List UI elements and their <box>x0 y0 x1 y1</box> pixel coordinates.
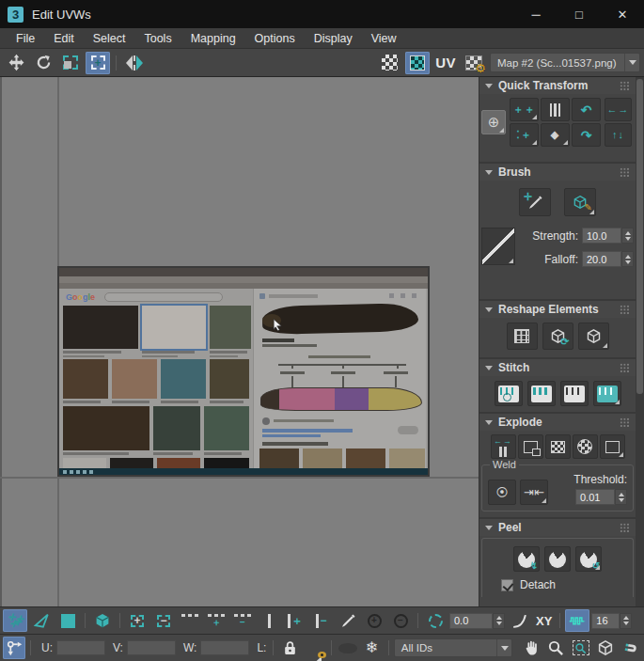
maximize-button[interactable]: □ <box>558 0 601 28</box>
v-input[interactable] <box>127 640 176 655</box>
weld-selected-button[interactable]: ⇥⇤ <box>520 480 548 505</box>
brush-falloff-shape-button[interactable] <box>481 228 515 265</box>
scale-button[interactable] <box>58 52 83 74</box>
relax-brush-button[interactable]: ✎ <box>564 188 596 216</box>
element-mode-button[interactable] <box>90 609 115 632</box>
absolute-mode-button[interactable] <box>3 637 25 659</box>
select-edge-loop-button[interactable] <box>178 609 202 632</box>
zoom-region-button[interactable] <box>570 637 592 659</box>
paint-select-button[interactable] <box>336 609 360 632</box>
freeze-selected-button[interactable]: ❄ <box>361 637 384 659</box>
break-button[interactable]: ←→ <box>491 434 516 459</box>
flatten-by-smoothing-button[interactable] <box>518 434 543 459</box>
texture-options-button[interactable]: ⚙ <box>462 52 486 74</box>
grow-edge-loop-button[interactable]: ＋ <box>204 609 228 632</box>
grid-size-spinner[interactable]: 16 <box>591 613 632 629</box>
peel-header[interactable]: Peel <box>479 519 636 536</box>
spinner-arrows-icon[interactable] <box>621 251 634 267</box>
linear-align-vertical-button[interactable] <box>541 98 570 121</box>
reshape-header[interactable]: Reshape Elements <box>479 301 636 318</box>
align-pivot-button[interactable]: ⊕ <box>481 110 506 134</box>
polygon-mode-button[interactable] <box>55 609 80 632</box>
threshold-value[interactable]: 0.01 <box>575 489 615 505</box>
menu-options[interactable]: Options <box>246 30 304 47</box>
mirror-button[interactable] <box>122 52 147 74</box>
minimize-button[interactable]: ─ <box>514 0 558 28</box>
straighten-selection-button[interactable] <box>578 323 609 350</box>
menu-file[interactable]: File <box>8 30 43 47</box>
align-horizontal-button[interactable]: ＋＋ <box>510 98 539 121</box>
move-brush-button[interactable]: ✛ <box>519 188 551 216</box>
uv-canvas[interactable]: Google <box>0 77 479 606</box>
peel-mode-button[interactable] <box>544 546 571 572</box>
zoom-to-gizmo-button[interactable] <box>619 637 641 659</box>
flatten-mapping-button[interactable] <box>573 434 598 459</box>
relax-button[interactable]: ⟳ <box>542 323 573 350</box>
filter-selected-faces-button[interactable] <box>304 637 326 659</box>
panel-scrollbar[interactable] <box>636 77 644 606</box>
soft-selection-value[interactable]: 0.0 <box>449 613 493 629</box>
paint-select-grow-button[interactable]: + <box>362 609 386 632</box>
spinner-arrows-icon[interactable] <box>620 613 632 629</box>
show-map-button[interactable] <box>377 52 401 74</box>
detach-checkbox[interactable] <box>501 579 513 591</box>
flatten-custom-button[interactable] <box>600 434 625 459</box>
grow-selection-button[interactable]: + <box>125 609 149 632</box>
move-button[interactable] <box>4 52 28 74</box>
flatten-by-material-button[interactable] <box>545 434 571 459</box>
quick-transform-header[interactable]: Quick Transform <box>479 77 636 94</box>
grid-size-value[interactable]: 16 <box>591 613 620 629</box>
soft-selection-spinner[interactable]: 0.0 <box>449 613 505 629</box>
map-selector-dropdown[interactable]: Map #2 (Sc...01537.png) <box>490 53 640 72</box>
uv-space-button[interactable] <box>405 52 430 74</box>
edge-mode-button[interactable] <box>29 609 54 632</box>
scrollbar-thumb[interactable] <box>636 79 643 394</box>
stitch-header[interactable]: Stitch <box>479 359 636 376</box>
menu-mapping[interactable]: Mapping <box>182 30 244 47</box>
distribute-horizontal-button[interactable]: ←→ <box>605 98 632 121</box>
spinner-arrows-icon[interactable] <box>615 489 627 505</box>
u-input[interactable] <box>56 640 105 655</box>
explode-header[interactable]: Explode <box>479 414 636 431</box>
strength-spinner[interactable]: 10.0 <box>582 228 634 244</box>
zoom-extents-button[interactable] <box>594 637 617 659</box>
stitch-target-button[interactable] <box>593 381 621 406</box>
strength-value[interactable]: 10.0 <box>582 228 621 244</box>
brush-header[interactable]: Brush <box>479 164 636 181</box>
close-button[interactable]: ✕ <box>601 0 644 28</box>
hide-selected-button[interactable] <box>337 637 359 659</box>
shrink-edge-loop-button[interactable]: − <box>230 609 255 632</box>
lock-selection-button[interactable] <box>278 637 301 659</box>
rotate-cw-button[interactable]: ↷ <box>572 123 601 147</box>
shrink-selection-button[interactable]: − <box>151 609 176 632</box>
falloff-value[interactable]: 20.0 <box>582 251 621 267</box>
soft-selection-button[interactable] <box>423 609 448 632</box>
stitch-custom-button[interactable] <box>495 381 523 406</box>
edge-ring-button[interactable] <box>257 609 281 632</box>
spinner-arrows-icon[interactable] <box>493 613 505 629</box>
relax-until-flat-button[interactable] <box>507 323 538 350</box>
menu-tools[interactable]: Tools <box>135 30 180 47</box>
threshold-spinner[interactable]: 0.01 <box>575 489 627 505</box>
menu-edit[interactable]: Edit <box>45 30 83 47</box>
quick-peel-button[interactable]: ↯ <box>513 546 540 572</box>
reset-peel-button[interactable]: ↺ <box>575 546 602 572</box>
grow-edge-ring-button[interactable]: ＋ <box>283 609 307 632</box>
space-elements-button[interactable]: ◈ <box>541 123 570 147</box>
paint-select-shrink-button[interactable]: − <box>388 609 413 632</box>
distribute-vertical-button[interactable]: ↑↓ <box>605 123 632 147</box>
pan-button[interactable] <box>520 637 542 659</box>
rotate-ccw-button[interactable]: ↶ <box>572 98 601 121</box>
menu-select[interactable]: Select <box>85 30 134 47</box>
show-edge-distortion-button[interactable] <box>565 609 589 632</box>
falloff-curve-button[interactable] <box>507 609 531 632</box>
stitch-average-button[interactable] <box>560 381 589 406</box>
align-vertical-button[interactable]: ⁚＋ <box>510 123 539 147</box>
vertex-mode-button[interactable]: ✛✛✛✛ <box>3 609 27 632</box>
w-input[interactable] <box>200 640 249 655</box>
menu-display[interactable]: Display <box>306 30 361 47</box>
freeform-mode-button[interactable]: + <box>86 52 110 74</box>
weld-to-target-button[interactable]: ⦿ <box>488 480 516 505</box>
edge-ring-shrink-button[interactable]: − <box>309 609 334 632</box>
rotate-button[interactable] <box>31 52 55 74</box>
